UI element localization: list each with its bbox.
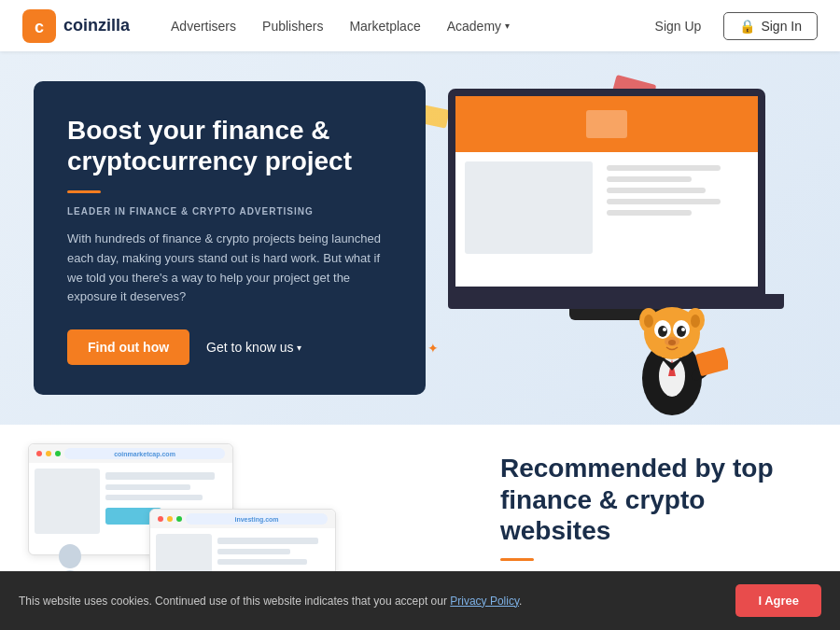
hero-illustration: ✦ ✦ ✦ ✦ ✦ bbox=[373, 51, 840, 425]
dot-green-1 bbox=[55, 451, 61, 456]
laptop-line-3 bbox=[607, 188, 706, 193]
laptop-content-left bbox=[465, 161, 593, 254]
agree-button[interactable]: I Agree bbox=[735, 584, 821, 617]
dot-yellow-1 bbox=[46, 451, 51, 456]
sparkle-5: ✦ bbox=[427, 341, 439, 356]
lock-icon: 🔒 bbox=[739, 19, 755, 34]
hero-description: With hundreds of finance & crypto projec… bbox=[67, 230, 392, 307]
laptop-content-lines bbox=[607, 161, 749, 221]
logo-icon: c bbox=[22, 9, 56, 43]
svg-rect-19 bbox=[695, 347, 728, 376]
nav-advertisers[interactable]: Advertisers bbox=[160, 13, 247, 39]
hero-actions: Find out how Get to know us ▾ bbox=[67, 329, 392, 365]
brand-name: coinzilla bbox=[63, 16, 130, 35]
cookie-text: This website uses cookies. Continued use… bbox=[19, 593, 724, 609]
cookie-banner: This website uses cookies. Continued use… bbox=[0, 571, 840, 630]
dot-green-2 bbox=[176, 516, 182, 522]
laptop-line-5 bbox=[607, 210, 692, 216]
hero-subtitle: LEADER IN FINANCE & CRYPTO ADVERTISING bbox=[67, 206, 392, 217]
svg-point-12 bbox=[658, 326, 667, 337]
svg-text:c: c bbox=[35, 17, 44, 35]
hero-title: Boost your finance & cryptocurrency proj… bbox=[67, 115, 392, 177]
laptop-line-1 bbox=[607, 165, 721, 171]
nav-academy[interactable]: Academy ▾ bbox=[436, 13, 521, 39]
demo-url-1: coinmarketcap.com bbox=[64, 448, 225, 459]
laptop-line-4 bbox=[607, 199, 721, 204]
chevron-down-icon: ▾ bbox=[505, 21, 510, 31]
nav-actions: Sign Up 🔒 Sign In bbox=[644, 12, 818, 40]
svg-point-22 bbox=[59, 544, 81, 568]
laptop-screen bbox=[448, 89, 765, 294]
hero-divider bbox=[67, 190, 101, 193]
mascot bbox=[616, 266, 728, 415]
chevron-down-icon: ▾ bbox=[297, 343, 301, 353]
signin-button[interactable]: 🔒 Sign In bbox=[723, 12, 818, 40]
demo-browser-bar-2: investing.com bbox=[150, 510, 335, 528]
laptop-ad-banner bbox=[455, 96, 758, 152]
logo[interactable]: c coinzilla bbox=[22, 9, 130, 43]
privacy-policy-link[interactable]: Privacy Policy bbox=[450, 595, 519, 608]
dot-yellow-2 bbox=[167, 516, 173, 522]
svg-point-14 bbox=[663, 328, 666, 331]
find-out-button[interactable]: Find out how bbox=[67, 329, 189, 365]
hero-card: Boost your finance & cryptocurrency proj… bbox=[34, 81, 426, 395]
signup-button[interactable]: Sign Up bbox=[644, 13, 713, 39]
demo-url-2: investing.com bbox=[186, 513, 328, 525]
svg-point-17 bbox=[668, 340, 676, 345]
svg-point-15 bbox=[681, 328, 685, 331]
navbar: c coinzilla Advertisers Publishers Marke… bbox=[0, 0, 840, 51]
svg-point-9 bbox=[691, 315, 700, 328]
recommended-title: Recommended by top finance & crypto webs… bbox=[500, 453, 806, 547]
svg-point-8 bbox=[644, 315, 653, 328]
laptop-ad-image bbox=[586, 110, 627, 138]
laptop-line-2 bbox=[607, 176, 692, 182]
nav-links: Advertisers Publishers Marketplace Acade… bbox=[160, 13, 644, 39]
get-to-know-us-button[interactable]: Get to know us ▾ bbox=[206, 340, 301, 355]
dot-red-1 bbox=[36, 451, 42, 456]
demo-img-1 bbox=[35, 469, 100, 534]
svg-point-13 bbox=[677, 326, 686, 337]
nav-publishers[interactable]: Publishers bbox=[251, 13, 334, 39]
recommended-divider bbox=[500, 558, 534, 561]
demo-browser-bar-1: coinmarketcap.com bbox=[29, 444, 232, 463]
dot-red-2 bbox=[158, 516, 163, 522]
nav-marketplace[interactable]: Marketplace bbox=[338, 13, 431, 39]
hero-section: Boost your finance & cryptocurrency proj… bbox=[0, 51, 840, 425]
